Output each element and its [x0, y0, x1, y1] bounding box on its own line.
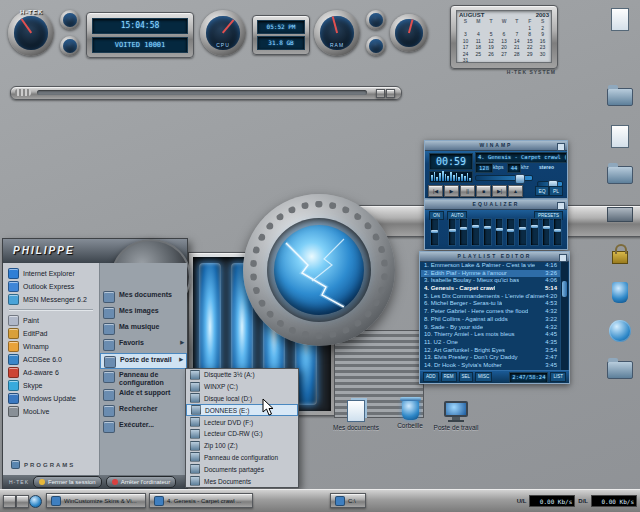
eq-band-slider[interactable]: [448, 218, 457, 246]
start-menu-item[interactable]: Winamp: [3, 340, 99, 353]
submenu-item[interactable]: Disque local (D:): [186, 393, 298, 405]
playlist-track[interactable]: 1. Emmerson Lake & Palmer - C'est la vie…: [421, 262, 560, 270]
start-menu-place-item[interactable]: Favoris ▶: [100, 337, 187, 353]
close-icon[interactable]: [557, 202, 565, 210]
submenu-item[interactable]: Disquette 3½ (A:): [186, 369, 298, 381]
winamp-titlebar[interactable]: WINAMP: [425, 141, 567, 151]
taskbar-window-button[interactable]: WinCustomize Skins & Vi...: [46, 493, 146, 508]
desktop-shortcut-icon[interactable]: [607, 82, 633, 112]
start-menu-item[interactable]: MSN Messenger 6.2: [3, 293, 99, 306]
submenu-item[interactable]: Lecteur CD-RW (G:): [186, 428, 298, 440]
desktop-shortcut-icon[interactable]: [607, 199, 633, 229]
transport-button[interactable]: ||: [460, 185, 475, 197]
playlist-track[interactable]: 3. Isabelle Boulay - Mieux qu'ici bas 4:…: [421, 277, 560, 285]
transport-button[interactable]: |◀: [428, 185, 443, 197]
start-menu-item[interactable]: Outlook Express: [3, 280, 99, 293]
taskbar-window-button[interactable]: C:\: [330, 493, 366, 508]
playlist-menu-button[interactable]: ADD: [423, 372, 439, 382]
eq-band-slider[interactable]: [483, 218, 492, 246]
submenu-item[interactable]: Lecteur DVD (F:): [186, 416, 298, 428]
desktop-shortcut-icon[interactable]: [607, 160, 633, 190]
calendar-body: AUGUST 2003 SMTWTFS 12345678910111213141…: [456, 10, 552, 63]
playlist-track[interactable]: 8. Phil Collins - Against all odds 3:22: [421, 316, 560, 324]
start-menu-item[interactable]: Paint: [3, 314, 99, 327]
submenu-item[interactable]: WINXP (C:): [186, 381, 298, 393]
playlist-list-button[interactable]: LIST: [550, 372, 566, 382]
playlist-track[interactable]: 13. Elvis Presley - Don't Cry Daddy 2:47: [421, 354, 560, 362]
app-icon: [8, 268, 19, 279]
playlist-track[interactable]: 9. Sade - By your side 4:32: [421, 324, 560, 332]
desktop-shortcut-icon[interactable]: [611, 4, 629, 34]
start-menu-place-item[interactable]: Exécuter... ▶: [100, 419, 187, 435]
playlist-track[interactable]: 12. Art Garfunkel - Bright Eyes 3:54: [421, 347, 560, 355]
submenu-item[interactable]: Zip 100 (Z:): [186, 440, 298, 452]
start-menu-place-item[interactable]: Panneau de configuration ▶: [100, 369, 187, 387]
playlist-track[interactable]: 2. Edith Piaf - Hymne à l'amour 3:26: [421, 270, 560, 278]
eq-band-slider[interactable]: [459, 218, 468, 246]
desktop[interactable]: H-TEK 15:04:58 VOITED 10001 CPU 05:52 PM…: [0, 0, 640, 512]
playlist-menu-button[interactable]: SEL: [459, 372, 474, 382]
desktop-icon-my-computer[interactable]: Poste de travail: [428, 396, 484, 431]
transport-button[interactable]: ▲: [508, 185, 523, 197]
volume-slider[interactable]: [475, 175, 533, 181]
start-menu-place-item[interactable]: Mes documents ▶: [100, 289, 187, 305]
eq-toggle-button[interactable]: EQ: [535, 186, 549, 196]
start-menu-place-item[interactable]: Rechercher ▶: [100, 403, 187, 419]
start-menu-item[interactable]: Windows Update: [3, 392, 99, 405]
submenu-item[interactable]: Documents partagés: [186, 463, 298, 475]
desktop-shortcut-icon[interactable]: [612, 277, 628, 307]
desktop-shortcut-icon[interactable]: [612, 238, 628, 268]
playlist-track[interactable]: 10. Thierry Amiel - Les mots bleus 4:45: [421, 331, 560, 339]
playlist-menu-button[interactable]: REM: [441, 372, 457, 382]
transport-button[interactable]: ■: [476, 185, 491, 197]
dock-grip[interactable]: [15, 89, 31, 96]
submenu-item[interactable]: Mes Documents: [186, 475, 298, 487]
playlist-track[interactable]: 11. U2 - One 4:35: [421, 339, 560, 347]
start-menu-item[interactable]: Internet Explorer: [3, 267, 99, 280]
shut-down-button[interactable]: Arrêter l'ordinateur: [106, 476, 177, 488]
playlist-track[interactable]: 14. Dr Hook - Sylvia's Mother 3:45: [421, 362, 560, 370]
eq-band-slider[interactable]: [471, 218, 480, 246]
desktop-icon-my-documents[interactable]: Mes documents: [328, 396, 384, 431]
submenu-item[interactable]: Panneau de configuration: [186, 452, 298, 464]
playlist-scrollbar[interactable]: [560, 262, 568, 370]
start-menu-item[interactable]: ACDSee 6.0: [3, 353, 99, 366]
start-menu-item[interactable]: Skype: [3, 379, 99, 392]
desktop-shortcut-icon[interactable]: [607, 355, 633, 385]
start-menu-place-item[interactable]: Mes images ▶: [100, 305, 187, 321]
dock-button[interactable]: [386, 89, 395, 98]
close-icon[interactable]: [557, 143, 565, 151]
playlist-menu-button[interactable]: MISC: [475, 372, 492, 382]
eq-preamp-slider[interactable]: [430, 218, 439, 246]
eq-band-slider[interactable]: [542, 218, 551, 246]
log-off-button[interactable]: Fermer la session: [33, 476, 102, 488]
start-menu-item[interactable]: Ad-aware 6: [3, 366, 99, 379]
desktop-shortcut-icon[interactable]: [611, 121, 629, 151]
equalizer-titlebar[interactable]: EQUALIZER: [425, 200, 567, 210]
eq-band-slider[interactable]: [518, 218, 527, 246]
playlist-track[interactable]: 6. Michel Berger - Seras-tu là 4:53: [421, 300, 560, 308]
eq-band-slider[interactable]: [553, 218, 562, 246]
start-menu-place-item[interactable]: Poste de travail ▶: [100, 353, 187, 369]
close-icon[interactable]: [559, 254, 567, 262]
start-menu-item[interactable]: EditPad: [3, 327, 99, 340]
playlist-track[interactable]: 5. Les Dix Commandements - L'envie d'aim…: [421, 293, 560, 301]
desktop-shortcut-icon[interactable]: [609, 316, 631, 346]
playlist-track[interactable]: 4. Genesis - Carpet crawl 5:14: [421, 285, 560, 293]
start-menu-item[interactable]: MooLive: [3, 405, 99, 418]
start-menu-place-item[interactable]: Ma musique ▶: [100, 321, 187, 337]
transport-button[interactable]: ▶: [444, 185, 459, 197]
eq-band-slider[interactable]: [506, 218, 515, 246]
taskbar-window-button[interactable]: 4. Genesis - Carpet crawl ...: [149, 493, 253, 508]
eq-band-slider[interactable]: [495, 218, 504, 246]
dock-button[interactable]: [376, 89, 385, 98]
playlist-track[interactable]: 7. Peter Gabriel - Here comes the flood …: [421, 308, 560, 316]
submenu-item[interactable]: DONNEES (E:): [186, 404, 298, 416]
playlist-titlebar[interactable]: PLAYLIST EDITOR: [420, 252, 569, 262]
playlist-toggle-button[interactable]: PL: [549, 186, 563, 196]
start-menu-place-item[interactable]: Aide et support ▶: [100, 387, 187, 403]
transport-button[interactable]: ▶|: [492, 185, 507, 197]
eq-band-slider[interactable]: [530, 218, 539, 246]
all-programs-button[interactable]: PROGRAMS: [11, 460, 75, 469]
drive-icon: [190, 370, 200, 380]
